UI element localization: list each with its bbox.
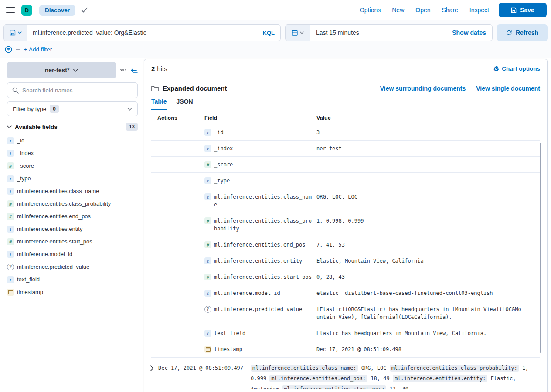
document-timestamp: Dec 17, 2021 @ 08:51:09.497 <box>158 363 245 389</box>
row-actions-cell[interactable] <box>151 237 204 253</box>
chevron-down-icon <box>18 31 22 34</box>
date-picker: Last 15 minutes Show dates <box>285 24 493 41</box>
filter-menu-icon[interactable] <box>5 46 12 53</box>
chevron-down-icon <box>127 108 132 111</box>
add-filter-button[interactable]: + Add filter <box>24 46 52 53</box>
row-field-value: elastic__distilbert-base-cased-finetuned… <box>316 289 523 297</box>
field-type-icon <box>7 226 14 233</box>
collapse-sidebar-icon[interactable] <box>130 67 138 74</box>
sidebar-field-item[interactable]: ml.inference.entities.end_pos <box>7 210 138 223</box>
field-type-icon <box>204 145 211 152</box>
row-field-value: 3 <box>316 128 523 136</box>
quick-select-date-button[interactable] <box>286 25 310 41</box>
document-list-row[interactable]: Dec 17, 2021 @ 08:51:09.497 ml.inference… <box>144 358 547 389</box>
row-actions-cell[interactable] <box>151 341 204 358</box>
refresh-button[interactable]: Refresh <box>497 24 548 41</box>
menu-item-share[interactable]: Share <box>442 7 458 14</box>
saved-query-icon <box>10 30 16 36</box>
document-tabs: Table JSON <box>151 98 540 110</box>
table-row: ml.inference.entities.end_pos 7, 41, 53 <box>151 237 540 253</box>
table-row: ml.inference.entities.class_probability … <box>151 213 540 237</box>
field-type-icon <box>7 200 14 207</box>
source-field-pill: ml.inference.entities.entity: <box>393 375 488 382</box>
menu-icon[interactable] <box>6 7 15 14</box>
view-surrounding-documents-link[interactable]: View surrounding documents <box>380 85 466 92</box>
row-actions-cell[interactable] <box>151 285 204 301</box>
chevron-down-icon <box>300 31 304 34</box>
document-field-table: Actions Field Value _id 3 _index ner- <box>151 110 540 358</box>
field-settings-icon[interactable] <box>120 69 126 71</box>
saved-query-menu-button[interactable] <box>4 25 27 41</box>
sidebar-field-item[interactable]: ml.inference.entities.class_name <box>7 185 138 197</box>
field-type-icon <box>7 188 14 195</box>
sidebar-field-item[interactable]: text_field <box>7 273 138 286</box>
field-type-icon <box>204 274 211 280</box>
sidebar-field-item[interactable]: ml.inference.model_id <box>7 248 138 260</box>
row-actions-cell[interactable] <box>151 125 204 141</box>
row-field-name: ml.inference.entities.end_pos <box>214 241 313 249</box>
sidebar-field-item[interactable]: ml.inference.predicted_value <box>7 260 138 273</box>
sidebar-field-item[interactable]: ml.inference.entities.class_probability <box>7 197 138 210</box>
sidebar-field-item[interactable]: _index <box>7 147 138 159</box>
field-type-icon <box>204 241 211 248</box>
row-actions-cell[interactable] <box>151 269 204 285</box>
field-type-icon <box>7 150 14 157</box>
breadcrumb-discover[interactable]: Discover <box>39 5 75 16</box>
sidebar-field-item[interactable]: timestamp <box>7 286 138 298</box>
available-fields-header[interactable]: Available fields 13 <box>7 123 138 131</box>
hits-count: 2 <box>151 65 155 72</box>
menu-item-inspect[interactable]: Inspect <box>469 7 489 14</box>
save-button[interactable]: Save <box>499 3 547 17</box>
field-list: _id _index _score _type ml.inference.ent… <box>7 134 138 298</box>
row-actions-cell[interactable] <box>151 189 204 213</box>
query-bar: KQL <box>3 24 281 41</box>
table-row: ml.inference.entities.entity Elastic, Mo… <box>151 253 540 269</box>
field-type-icon <box>204 217 211 224</box>
row-actions-cell[interactable] <box>151 157 204 173</box>
space-avatar[interactable]: D <box>21 5 32 16</box>
menu-item-open[interactable]: Open <box>415 7 430 14</box>
fields-sidebar: ner-test* Filter by type 0 Available fie… <box>0 59 144 392</box>
index-pattern-row: ner-test* <box>7 62 138 78</box>
index-pattern-select[interactable]: ner-test* <box>7 62 116 78</box>
row-actions-cell[interactable] <box>151 173 204 189</box>
source-field-pill: ml.inference.entities.class_probability: <box>390 365 519 372</box>
show-dates-button[interactable]: Show dates <box>452 29 492 36</box>
tab-table[interactable]: Table <box>151 98 167 110</box>
chart-options-button[interactable]: ⚙ Chart options <box>493 65 540 72</box>
sidebar-field-item[interactable]: _type <box>7 172 138 185</box>
menu-item-options[interactable]: Options <box>360 7 381 14</box>
expanded-document-section: Expanded document View surrounding docum… <box>144 78 547 358</box>
row-field-name: _score <box>214 161 313 169</box>
filter-by-type-select[interactable]: Filter by type 0 <box>7 101 138 116</box>
view-single-document-link[interactable]: View single document <box>476 85 540 92</box>
field-type-icon <box>7 264 14 270</box>
sidebar-field-item[interactable]: ml.inference.entities.entity <box>7 223 138 235</box>
vertical-scrollbar[interactable] <box>540 143 541 353</box>
sidebar-field-item[interactable]: _score <box>7 159 138 172</box>
time-range-value[interactable]: Last 15 minutes <box>310 29 452 36</box>
sidebar-field-item[interactable]: _id <box>7 134 138 147</box>
row-actions-cell[interactable] <box>151 213 204 237</box>
tab-json[interactable]: JSON <box>177 98 193 110</box>
field-type-icon <box>7 238 14 245</box>
row-actions-cell[interactable] <box>151 253 204 269</box>
save-icon <box>511 7 517 13</box>
document-links: View surrounding documents View single d… <box>380 85 540 92</box>
query-language-button[interactable]: KQL <box>263 30 280 36</box>
row-field-value: Elastic, Mountain View, California <box>316 257 523 265</box>
row-actions-cell[interactable] <box>151 325 204 341</box>
row-field-name: ml.inference.entities.class_probability <box>214 217 313 233</box>
field-search-input[interactable] <box>22 87 133 94</box>
row-actions-cell[interactable] <box>151 301 204 325</box>
topnav-menu: Options New Open Share Inspect <box>360 7 489 14</box>
sidebar-field-item[interactable]: ml.inference.entities.start_pos <box>7 235 138 248</box>
menu-item-new[interactable]: New <box>392 7 404 14</box>
expand-row-icon[interactable] <box>150 365 154 389</box>
expanded-document-header: Expanded document View surrounding docum… <box>151 84 540 92</box>
table-row: ml.inference.entities.start_pos 0, 28, 4… <box>151 269 540 285</box>
query-input[interactable] <box>27 29 263 36</box>
row-actions-cell[interactable] <box>151 141 204 157</box>
row-field-name: ml.inference.entities.class_name <box>214 193 313 209</box>
gear-icon: ⚙ <box>493 65 499 72</box>
